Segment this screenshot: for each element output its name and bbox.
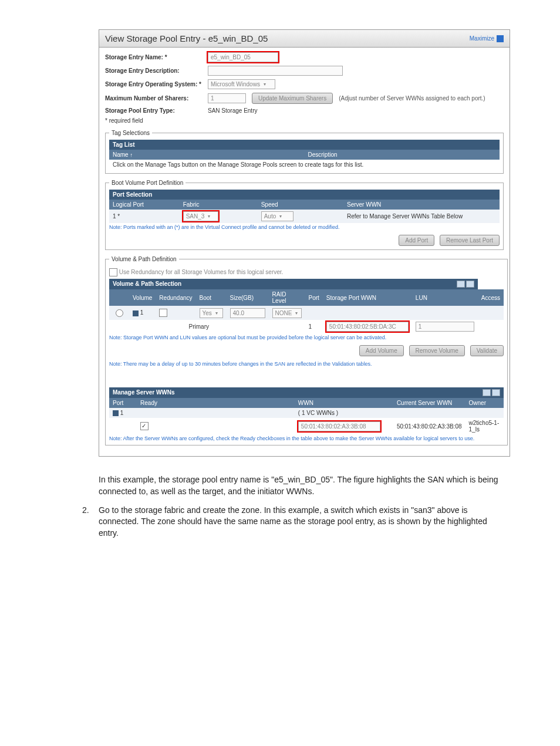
boot-row-wwn: Refer to Manage Server WWNs Table Below — [343, 210, 500, 223]
fabric-value: SAN_3 — [186, 213, 205, 220]
wwn-col-owner[interactable]: Owner — [465, 398, 504, 408]
raid-dropdown[interactable]: NONE▾ — [272, 308, 302, 318]
vol-col-raid[interactable]: RAID Level — [269, 289, 305, 306]
volume-row: 1 Yes▾ NONE▾ — [109, 306, 504, 320]
redundancy-label: Use Redundancy for all Storage Volumes f… — [119, 269, 284, 275]
chevron-down-icon: ▾ — [208, 214, 210, 219]
boot-note: Note: Ports marked with an (*) are in th… — [109, 224, 500, 230]
wwn-col-wwn[interactable]: WWN — [295, 398, 393, 408]
validate-button[interactable]: Validate — [470, 345, 504, 356]
boot-col-wwn[interactable]: Server WWN — [343, 200, 500, 210]
tag-col-name[interactable]: Name ↑ — [109, 150, 305, 160]
vol-col-spwwn[interactable]: Storage Port WWN — [323, 289, 412, 306]
wwn-port: 1 — [120, 410, 124, 416]
port-selection-title: Port Selection — [109, 190, 500, 200]
remove-volume-button[interactable]: Remove Volume — [409, 345, 465, 356]
ready-checkbox[interactable] — [140, 422, 149, 430]
wwn-row-detail: 50:01:43:80:02:A3:3B:08 w2ticho5-1-1_ls — [109, 418, 504, 434]
boot-volume-fieldset: Boot Volume Port Definition Port Selecti… — [105, 180, 504, 250]
maximize-label: Maximize — [470, 35, 494, 42]
volume-path-fieldset: Volume & Path Definition Use Redundancy … — [105, 256, 508, 445]
vol-col-volume[interactable]: Volume — [129, 289, 156, 306]
chevron-down-icon: ▾ — [295, 310, 298, 316]
redundancy-checkbox[interactable] — [109, 268, 117, 276]
vol-col-access[interactable]: Access — [478, 289, 504, 306]
expand-icon[interactable] — [483, 389, 491, 396]
collapse-icon[interactable] — [466, 281, 474, 288]
list-number: 2. — [82, 505, 89, 517]
storage-port-wwn-input[interactable] — [326, 322, 409, 332]
wwns-note: Note: After the Server WWNs are configur… — [109, 436, 504, 441]
wwn-col-port[interactable]: Port — [109, 398, 137, 408]
boot-col-port[interactable]: Logical Port — [109, 200, 180, 210]
os-value: Microsoft Windows — [211, 81, 260, 87]
dialog-title: View Storage Pool Entry - e5_win_BD_05 — [105, 33, 268, 43]
chevron-down-icon: ▾ — [279, 214, 282, 219]
primary-label: Primary — [129, 320, 269, 333]
required-note: * required field — [105, 117, 504, 124]
wwn-row-summary: 1 ( 1 VC WWNs ) — [109, 408, 504, 418]
type-value: SAN Storage Entry — [208, 107, 257, 114]
wwn-input[interactable] — [298, 421, 380, 431]
volume-radio[interactable] — [116, 309, 123, 317]
boot-dropdown[interactable]: Yes▾ — [200, 308, 223, 318]
name-input[interactable] — [208, 52, 278, 62]
vol-col-lun[interactable]: LUN — [412, 289, 478, 306]
os-label: Storage Entry Operating System: * — [105, 81, 208, 87]
body-para2: Go to the storage fabric and create the … — [99, 505, 507, 539]
body-para1: In this example, the storage pool entry … — [99, 474, 507, 497]
type-label: Storage Pool Entry Type: — [105, 107, 208, 114]
desc-label: Storage Entry Description: — [105, 67, 208, 74]
volume-icon — [133, 310, 139, 316]
os-dropdown[interactable]: Microsoft Windows ▾ — [208, 79, 275, 89]
maximize-link[interactable]: Maximize — [470, 35, 504, 42]
update-sharers-button[interactable]: Update Maximum Sharers — [252, 93, 333, 104]
chevron-down-icon: ▾ — [264, 82, 266, 87]
speed-dropdown[interactable]: Auto ▾ — [261, 211, 294, 221]
name-label: Storage Entry Name: * — [105, 54, 208, 60]
size-input[interactable] — [230, 308, 265, 318]
sharers-input[interactable] — [208, 93, 246, 103]
lun-input[interactable] — [416, 322, 474, 332]
vol-col-size[interactable]: Size(GB) — [227, 289, 269, 306]
port-icon — [113, 410, 119, 416]
sharers-hint: (Adjust number of Server WWNs assigned t… — [339, 95, 485, 102]
tag-list-title: Tag List — [109, 140, 500, 150]
boot-legend: Boot Volume Port Definition — [109, 180, 185, 186]
volume-path-row: Primary 1 — [109, 320, 504, 333]
fabric-dropdown[interactable]: SAN_3 ▾ — [183, 211, 218, 221]
boot-row-port: 1 * — [109, 210, 180, 223]
volume-legend: Volume & Path Definition — [109, 256, 179, 262]
add-port-button[interactable]: Add Port — [399, 235, 434, 246]
wwn-owner: w2ticho5-1-1_ls — [465, 418, 504, 434]
vol-col-redundancy[interactable]: Redundancy — [156, 289, 195, 306]
tag-selections-fieldset: Tag Selections Tag List Name ↑ Descripti… — [105, 130, 504, 174]
collapse-icon[interactable] — [492, 389, 500, 396]
remove-last-port-button[interactable]: Remove Last Port — [440, 235, 500, 246]
boot-table-row: 1 * SAN_3 ▾ Auto ▾ — [109, 210, 500, 223]
volume-note1: Note: Storage Port WWN and LUN values ar… — [109, 335, 504, 340]
vol-col-port[interactable]: Port — [305, 289, 323, 306]
wwn-col-current[interactable]: Current Server WWN — [393, 398, 465, 408]
vol-redundancy-checkbox[interactable] — [159, 309, 167, 317]
wwn-col-ready[interactable]: Ready — [137, 398, 295, 408]
tag-col-desc[interactable]: Description — [305, 150, 500, 160]
sort-up-icon: ↑ — [130, 152, 133, 158]
tag-legend: Tag Selections — [109, 130, 152, 136]
vol-col-boot[interactable]: Boot — [196, 289, 227, 306]
volume-note2: Note: There may be a delay of up to 30 m… — [109, 361, 504, 367]
wwns-section-title: Manage Server WWNs — [113, 389, 175, 396]
wwn-current: 50:01:43:80:02:A3:3B:08 — [393, 418, 465, 434]
speed-value: Auto — [264, 213, 276, 220]
chevron-down-icon: ▾ — [215, 310, 218, 316]
boot-col-fabric[interactable]: Fabric — [180, 200, 258, 210]
maximize-icon — [497, 35, 504, 42]
expand-icon[interactable] — [457, 281, 465, 288]
sharers-label: Maximum Number of Sharers: — [105, 95, 208, 102]
desc-input[interactable] — [208, 66, 343, 76]
path-port: 1 — [305, 320, 323, 333]
add-volume-button[interactable]: Add Volume — [359, 345, 404, 356]
tag-empty-msg: Click on the Manage Tags button on the M… — [109, 160, 500, 170]
boot-col-speed[interactable]: Speed — [258, 200, 343, 210]
volume-section-title: Volume & Path Selection — [113, 281, 181, 287]
